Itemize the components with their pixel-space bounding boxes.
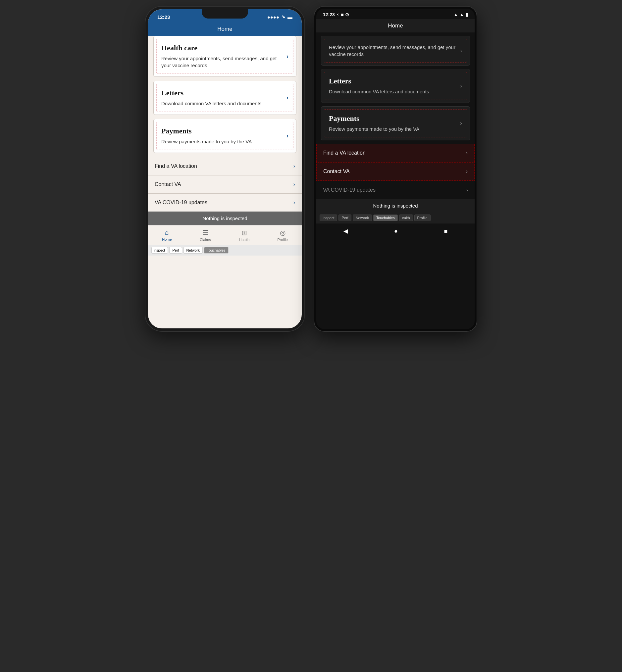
home-icon: ⌂ xyxy=(165,229,169,236)
bottom-nav-home[interactable]: ⌂ Home xyxy=(162,229,172,241)
notch xyxy=(202,9,248,18)
dark-health-nav-btn[interactable]: ealth xyxy=(399,215,413,221)
health-care-card[interactable]: Health care Review your appointments, se… xyxy=(153,36,297,77)
dark-find-location-item[interactable]: Find a VA location › xyxy=(316,144,475,162)
light-status-text: Nothing is inspected xyxy=(202,216,247,221)
contact-va-item[interactable]: Contact VA › xyxy=(148,175,302,193)
dark-inspect-btn[interactable]: Inspect xyxy=(320,215,337,221)
light-status-icons: ●●●● ∿ ▬ xyxy=(267,14,292,20)
light-nav-bar: Home xyxy=(148,23,302,36)
light-time: 12:23 xyxy=(157,14,170,20)
dark-letters-text: Letters Download common VA letters and d… xyxy=(329,77,429,95)
letters-desc: Download common VA letters and documents xyxy=(161,100,261,107)
dark-bottom-status: Nothing is inspected xyxy=(316,199,475,213)
find-location-item[interactable]: Find a VA location › xyxy=(148,157,302,175)
letters-card-inner[interactable]: Letters Download common VA letters and d… xyxy=(156,84,293,112)
light-bottom-status: Nothing is inspected xyxy=(148,212,302,225)
wifi-icon: ∿ xyxy=(281,14,285,20)
health-label: Health xyxy=(239,238,249,241)
claims-label: Claims xyxy=(200,238,211,241)
dark-payments-card[interactable]: Payments Review payments made to you by … xyxy=(321,106,470,140)
letters-chevron: › xyxy=(286,95,288,101)
dark-battery-icon: ▮ xyxy=(465,12,468,17)
signal-icon: ●●●● xyxy=(267,14,279,20)
bottom-nav-claims[interactable]: ☰ Claims xyxy=(200,229,211,241)
light-bottom-nav: ⌂ Home ☰ Claims ⊞ Health ◎ Profile xyxy=(148,225,302,245)
bottom-nav-health[interactable]: ⊞ Health xyxy=(239,229,249,241)
dark-network-btn[interactable]: Network xyxy=(353,215,372,221)
dark-covid-updates-item[interactable]: VA COVID-19 updates › xyxy=(316,181,475,199)
dark-letters-desc: Download common VA letters and documents xyxy=(329,88,429,95)
health-care-card-text: Health care Review your appointments, se… xyxy=(161,44,283,69)
dark-payments-chevron: › xyxy=(460,120,462,127)
dark-payments-title: Payments xyxy=(329,114,419,123)
dark-content: Review your appointments, send messages,… xyxy=(316,36,475,199)
health-care-card-inner[interactable]: Health care Review your appointments, se… xyxy=(156,39,293,74)
contact-va-text: Contact VA xyxy=(155,181,181,187)
dark-health-care-desc: Review your appointments, send messages,… xyxy=(329,44,457,58)
light-dev-tools: nspect Perf Network Touchables xyxy=(148,245,302,256)
dark-letters-title: Letters xyxy=(329,77,429,85)
health-icon: ⊞ xyxy=(241,229,247,237)
dark-status-left: 12:23 ·: ■ ⊙ xyxy=(323,12,349,17)
battery-icon: ▬ xyxy=(287,14,292,20)
payments-card-inner[interactable]: Payments Review payments made to you by … xyxy=(156,122,293,150)
letters-card[interactable]: Letters Download common VA letters and d… xyxy=(153,81,297,115)
find-location-chevron: › xyxy=(293,163,295,169)
dev-inspect-btn[interactable]: nspect xyxy=(151,247,168,254)
home-label: Home xyxy=(162,237,172,241)
dark-status-bar: 12:23 ·: ■ ⊙ ▲ ▲ ▮ xyxy=(316,9,475,19)
covid-updates-chevron: › xyxy=(293,199,295,206)
dark-profile-nav-btn[interactable]: Profile xyxy=(414,215,430,221)
dark-health-care-text: Review your appointments, send messages,… xyxy=(329,44,457,58)
dark-status-right: ▲ ▲ ▮ xyxy=(453,12,468,17)
profile-label: Profile xyxy=(278,238,288,241)
dark-covid-updates-text: VA COVID-19 updates xyxy=(323,187,376,193)
covid-updates-text: VA COVID-19 updates xyxy=(155,199,207,206)
health-care-title: Health care xyxy=(161,44,283,52)
dark-dev-tools: Inspect Perf Network Touchables ealth Pr… xyxy=(316,213,475,223)
dark-payments-text: Payments Review payments made to you by … xyxy=(329,114,419,133)
payments-chevron: › xyxy=(286,133,288,139)
dark-health-chevron: › xyxy=(460,47,462,54)
dark-phone: 12:23 ·: ■ ⊙ ▲ ▲ ▮ Home Review your appo… xyxy=(314,7,477,331)
dark-contact-va-text: Contact VA xyxy=(323,169,350,175)
dark-wifi-icon: ▲ xyxy=(453,12,458,17)
dark-contact-va-chevron: › xyxy=(466,169,468,175)
dark-find-location-chevron: › xyxy=(466,150,468,156)
dev-perf-btn[interactable]: Perf xyxy=(169,247,182,254)
light-nav-title: Home xyxy=(217,26,232,32)
android-nav: ◀ ● ■ xyxy=(316,223,475,239)
dark-time: 12:23 xyxy=(323,12,335,17)
dark-touchables-btn[interactable]: Touchables xyxy=(373,215,398,221)
dark-letters-chevron: › xyxy=(460,82,462,89)
payments-desc: Review payments made to you by the VA xyxy=(161,138,252,145)
letters-title: Letters xyxy=(161,89,261,97)
dark-covid-chevron: › xyxy=(466,187,468,193)
bottom-nav-profile[interactable]: ◎ Profile xyxy=(278,229,288,241)
payments-card[interactable]: Payments Review payments made to you by … xyxy=(153,119,297,153)
health-care-desc: Review your appointments, send messages,… xyxy=(161,55,283,69)
dark-letters-inner[interactable]: Letters Download common VA letters and d… xyxy=(324,72,467,100)
dev-touchables-btn[interactable]: Touchables xyxy=(204,247,229,254)
dark-nav-title: Home xyxy=(388,23,403,29)
dark-health-care-inner[interactable]: Review your appointments, send messages,… xyxy=(324,39,467,63)
dark-perf-btn[interactable]: Perf xyxy=(339,215,351,221)
dark-signal-icon: ▲ xyxy=(459,12,464,17)
dark-nav-bar: Home xyxy=(316,19,475,32)
android-recent-btn[interactable]: ■ xyxy=(444,228,447,235)
dark-letters-card[interactable]: Letters Download common VA letters and d… xyxy=(321,69,470,103)
dark-payments-inner[interactable]: Payments Review payments made to you by … xyxy=(324,109,467,137)
profile-icon: ◎ xyxy=(280,229,285,237)
android-home-btn[interactable]: ● xyxy=(394,228,398,235)
health-care-chevron: › xyxy=(286,53,288,60)
android-back-btn[interactable]: ◀ xyxy=(343,227,348,235)
dev-network-btn[interactable]: Network xyxy=(183,247,203,254)
letters-card-text: Letters Download common VA letters and d… xyxy=(161,89,261,107)
covid-updates-item[interactable]: VA COVID-19 updates › xyxy=(148,193,302,212)
dark-contact-va-item[interactable]: Contact VA › xyxy=(316,162,475,181)
payments-title: Payments xyxy=(161,127,252,136)
light-phone: 12:23 ●●●● ∿ ▬ Home Health care Review y… xyxy=(145,7,304,331)
find-location-text: Find a VA location xyxy=(155,163,197,169)
dark-health-care-card[interactable]: Review your appointments, send messages,… xyxy=(321,36,470,66)
